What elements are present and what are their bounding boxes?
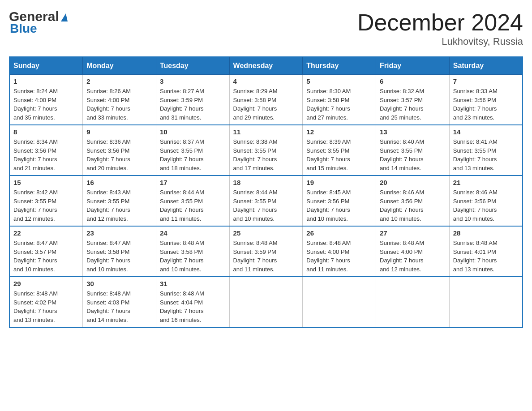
calendar-cell: 31Sunrise: 8:48 AMSunset: 4:04 PMDayligh…	[156, 277, 229, 327]
calendar-cell	[303, 277, 376, 327]
calendar-cell: 28Sunrise: 8:48 AMSunset: 4:01 PMDayligh…	[449, 226, 523, 277]
calendar-cell	[376, 277, 450, 327]
calendar-cell: 26Sunrise: 8:48 AMSunset: 4:00 PMDayligh…	[303, 226, 376, 277]
calendar-cell: 2Sunrise: 8:26 AMSunset: 4:00 PMDaylight…	[83, 75, 156, 125]
calendar-title: December 2024	[357, 9, 523, 36]
calendar-cell: 16Sunrise: 8:43 AMSunset: 3:55 PMDayligh…	[83, 176, 156, 226]
day-info: Sunrise: 8:44 AMSunset: 3:55 PMDaylight:…	[233, 188, 299, 223]
day-info: Sunrise: 8:45 AMSunset: 3:56 PMDaylight:…	[306, 188, 372, 223]
calendar-cell: 30Sunrise: 8:48 AMSunset: 4:03 PMDayligh…	[83, 277, 156, 327]
day-number: 25	[233, 229, 299, 237]
col-saturday: Saturday	[449, 57, 523, 75]
day-number: 26	[306, 229, 372, 237]
calendar-cell	[449, 277, 523, 327]
day-number: 20	[380, 179, 446, 186]
calendar-cell: 3Sunrise: 8:27 AMSunset: 3:59 PMDaylight…	[156, 75, 229, 125]
day-info: Sunrise: 8:46 AMSunset: 3:56 PMDaylight:…	[380, 188, 446, 223]
col-wednesday: Wednesday	[229, 57, 303, 75]
day-number: 29	[13, 280, 79, 287]
calendar-header-row: Sunday Monday Tuesday Wednesday Thursday…	[9, 57, 523, 75]
page-header: General Blue December 2024 Lukhovitsy, R…	[9, 9, 523, 47]
calendar-cell: 24Sunrise: 8:48 AMSunset: 3:58 PMDayligh…	[156, 226, 229, 277]
day-info: Sunrise: 8:48 AMSunset: 4:02 PMDaylight:…	[13, 289, 79, 324]
day-number: 16	[86, 179, 152, 186]
day-info: Sunrise: 8:41 AMSunset: 3:55 PMDaylight:…	[453, 137, 519, 172]
day-info: Sunrise: 8:44 AMSunset: 3:55 PMDaylight:…	[160, 188, 226, 223]
location-subtitle: Lukhovitsy, Russia	[357, 36, 523, 47]
col-tuesday: Tuesday	[156, 57, 229, 75]
day-info: Sunrise: 8:30 AMSunset: 3:58 PMDaylight:…	[306, 87, 372, 122]
calendar-cell: 17Sunrise: 8:44 AMSunset: 3:55 PMDayligh…	[156, 176, 229, 226]
day-info: Sunrise: 8:48 AMSunset: 4:04 PMDaylight:…	[160, 289, 226, 324]
day-number: 2	[86, 77, 152, 85]
day-info: Sunrise: 8:24 AMSunset: 4:00 PMDaylight:…	[13, 87, 79, 122]
day-info: Sunrise: 8:29 AMSunset: 3:58 PMDaylight:…	[233, 87, 299, 122]
logo-triangle-icon	[61, 13, 68, 21]
day-info: Sunrise: 8:34 AMSunset: 3:56 PMDaylight:…	[13, 137, 79, 172]
calendar-cell: 11Sunrise: 8:38 AMSunset: 3:55 PMDayligh…	[229, 125, 303, 176]
day-info: Sunrise: 8:48 AMSunset: 3:59 PMDaylight:…	[233, 239, 299, 274]
day-info: Sunrise: 8:40 AMSunset: 3:55 PMDaylight:…	[380, 137, 446, 172]
calendar-week-row: 29Sunrise: 8:48 AMSunset: 4:02 PMDayligh…	[9, 277, 523, 327]
title-block: December 2024 Lukhovitsy, Russia	[357, 9, 523, 47]
calendar-cell: 9Sunrise: 8:36 AMSunset: 3:56 PMDaylight…	[83, 125, 156, 176]
calendar-cell: 29Sunrise: 8:48 AMSunset: 4:02 PMDayligh…	[9, 277, 83, 327]
calendar-cell: 12Sunrise: 8:39 AMSunset: 3:55 PMDayligh…	[303, 125, 376, 176]
day-number: 3	[160, 77, 226, 85]
calendar-cell: 8Sunrise: 8:34 AMSunset: 3:56 PMDaylight…	[9, 125, 83, 176]
day-info: Sunrise: 8:37 AMSunset: 3:55 PMDaylight:…	[160, 137, 226, 172]
calendar-cell: 23Sunrise: 8:47 AMSunset: 3:58 PMDayligh…	[83, 226, 156, 277]
day-info: Sunrise: 8:48 AMSunset: 4:00 PMDaylight:…	[380, 239, 446, 274]
logo-blue-text: Blue	[10, 21, 37, 36]
calendar-week-row: 8Sunrise: 8:34 AMSunset: 3:56 PMDaylight…	[9, 125, 523, 176]
day-number: 23	[86, 229, 152, 237]
calendar-cell: 20Sunrise: 8:46 AMSunset: 3:56 PMDayligh…	[376, 176, 450, 226]
day-info: Sunrise: 8:39 AMSunset: 3:55 PMDaylight:…	[306, 137, 372, 172]
calendar-cell: 18Sunrise: 8:44 AMSunset: 3:55 PMDayligh…	[229, 176, 303, 226]
calendar-cell: 14Sunrise: 8:41 AMSunset: 3:55 PMDayligh…	[449, 125, 523, 176]
day-number: 28	[453, 229, 519, 237]
calendar-cell: 1Sunrise: 8:24 AMSunset: 4:00 PMDaylight…	[9, 75, 83, 125]
calendar-cell: 13Sunrise: 8:40 AMSunset: 3:55 PMDayligh…	[376, 125, 450, 176]
day-number: 11	[233, 128, 299, 136]
day-number: 17	[160, 179, 226, 186]
day-number: 30	[86, 280, 152, 287]
day-info: Sunrise: 8:33 AMSunset: 3:56 PMDaylight:…	[453, 87, 519, 122]
day-number: 24	[160, 229, 226, 237]
calendar-cell	[229, 277, 303, 327]
day-number: 8	[13, 128, 79, 136]
day-info: Sunrise: 8:46 AMSunset: 3:56 PMDaylight:…	[453, 188, 519, 223]
day-info: Sunrise: 8:47 AMSunset: 3:57 PMDaylight:…	[13, 239, 79, 274]
calendar-cell: 21Sunrise: 8:46 AMSunset: 3:56 PMDayligh…	[449, 176, 523, 226]
day-number: 15	[13, 179, 79, 186]
day-number: 4	[233, 77, 299, 85]
calendar-week-row: 22Sunrise: 8:47 AMSunset: 3:57 PMDayligh…	[9, 226, 523, 277]
day-info: Sunrise: 8:32 AMSunset: 3:57 PMDaylight:…	[380, 87, 446, 122]
day-number: 1	[13, 77, 79, 85]
calendar-week-row: 1Sunrise: 8:24 AMSunset: 4:00 PMDaylight…	[9, 75, 523, 125]
day-number: 12	[306, 128, 372, 136]
calendar-cell: 25Sunrise: 8:48 AMSunset: 3:59 PMDayligh…	[229, 226, 303, 277]
col-friday: Friday	[376, 57, 450, 75]
day-number: 21	[453, 179, 519, 186]
day-info: Sunrise: 8:43 AMSunset: 3:55 PMDaylight:…	[86, 188, 152, 223]
calendar-cell: 5Sunrise: 8:30 AMSunset: 3:58 PMDaylight…	[303, 75, 376, 125]
day-info: Sunrise: 8:48 AMSunset: 3:58 PMDaylight:…	[160, 239, 226, 274]
calendar-cell: 22Sunrise: 8:47 AMSunset: 3:57 PMDayligh…	[9, 226, 83, 277]
calendar-cell: 7Sunrise: 8:33 AMSunset: 3:56 PMDaylight…	[449, 75, 523, 125]
calendar-cell: 27Sunrise: 8:48 AMSunset: 4:00 PMDayligh…	[376, 226, 450, 277]
day-number: 14	[453, 128, 519, 136]
col-thursday: Thursday	[303, 57, 376, 75]
day-number: 9	[86, 128, 152, 136]
day-number: 10	[160, 128, 226, 136]
calendar-cell: 10Sunrise: 8:37 AMSunset: 3:55 PMDayligh…	[156, 125, 229, 176]
calendar-body: 1Sunrise: 8:24 AMSunset: 4:00 PMDaylight…	[9, 75, 523, 328]
col-sunday: Sunday	[9, 57, 83, 75]
day-number: 18	[233, 179, 299, 186]
calendar-cell: 4Sunrise: 8:29 AMSunset: 3:58 PMDaylight…	[229, 75, 303, 125]
day-info: Sunrise: 8:48 AMSunset: 4:03 PMDaylight:…	[86, 289, 152, 324]
day-number: 13	[380, 128, 446, 136]
day-info: Sunrise: 8:42 AMSunset: 3:55 PMDaylight:…	[13, 188, 79, 223]
day-number: 22	[13, 229, 79, 237]
day-number: 6	[380, 77, 446, 85]
